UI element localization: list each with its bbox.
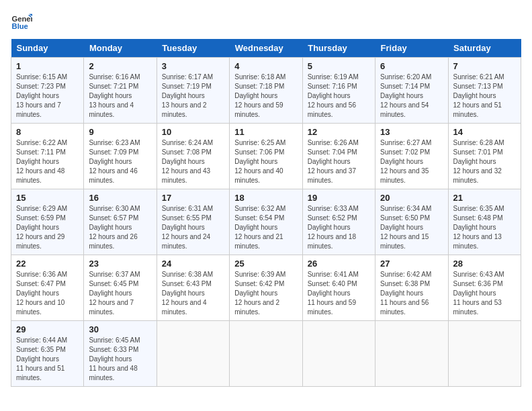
sunrise-label: Sunrise: — [162, 205, 187, 212]
calendar-cell: 22 Sunrise: 6:36 AM Sunset: 6:47 PM Dayl… — [11, 255, 84, 321]
day-header-monday: Monday — [84, 39, 157, 58]
day-detail: Sunrise: 6:21 AM Sunset: 7:13 PM Dayligh… — [453, 73, 516, 120]
day-header-tuesday: Tuesday — [157, 39, 229, 58]
day-detail: Sunrise: 6:43 AM Sunset: 6:36 PM Dayligh… — [453, 270, 516, 317]
daylight-label: Daylight hours — [308, 158, 351, 165]
day-detail: Sunrise: 6:35 AM Sunset: 6:48 PM Dayligh… — [453, 204, 516, 251]
day-number: 1 — [16, 61, 79, 71]
daylight-label: Daylight hours — [89, 289, 132, 297]
sunrise-label: Sunrise: — [16, 139, 41, 146]
sunrise-label: Sunrise: — [308, 205, 332, 212]
calendar-cell: 29 Sunrise: 6:44 AM Sunset: 6:35 PM Dayl… — [11, 321, 84, 387]
day-detail: Sunrise: 6:25 AM Sunset: 7:06 PM Dayligh… — [234, 138, 297, 185]
calendar-cell: 2 Sunrise: 6:16 AM Sunset: 7:21 PM Dayli… — [84, 58, 157, 124]
sunset-label: Sunset: — [453, 214, 476, 222]
sunset-label: Sunset: — [16, 346, 39, 353]
day-number: 17 — [162, 193, 224, 203]
sunrise-label: Sunrise: — [453, 205, 478, 212]
daylight-label: Daylight hours — [89, 224, 132, 231]
daylight-label: Daylight hours — [162, 92, 205, 99]
daylight-label: Daylight hours — [16, 289, 59, 297]
calendar-cell: 5 Sunrise: 6:19 AM Sunset: 7:16 PM Dayli… — [302, 58, 375, 124]
day-number: 23 — [89, 259, 151, 269]
sunrise-label: Sunrise: — [16, 271, 41, 278]
sunset-label: Sunset: — [308, 214, 330, 222]
sunrise-label: Sunrise: — [308, 73, 332, 81]
daylight-label: Daylight hours — [89, 158, 132, 165]
sunrise-label: Sunrise: — [380, 73, 405, 81]
sunrise-label: Sunrise: — [162, 271, 187, 278]
day-number: 28 — [453, 259, 516, 269]
day-header-thursday: Thursday — [302, 39, 375, 58]
calendar-cell — [230, 321, 302, 387]
day-detail: Sunrise: 6:15 AM Sunset: 7:23 PM Dayligh… — [16, 73, 79, 120]
day-detail: Sunrise: 6:19 AM Sunset: 7:16 PM Dayligh… — [308, 73, 370, 120]
daylight-label: Daylight hours — [234, 289, 277, 297]
calendar-cell: 15 Sunrise: 6:29 AM Sunset: 6:59 PM Dayl… — [11, 189, 84, 255]
page-header: General Blue — [11, 11, 521, 32]
calendar-cell: 23 Sunrise: 6:37 AM Sunset: 6:45 PM Dayl… — [84, 255, 157, 321]
sunrise-label: Sunrise: — [453, 139, 478, 146]
sunset-label: Sunset: — [234, 214, 257, 222]
daylight-label: Daylight hours — [380, 289, 423, 297]
calendar-cell: 9 Sunrise: 6:23 AM Sunset: 7:09 PM Dayli… — [84, 124, 157, 189]
day-number: 3 — [162, 61, 224, 71]
day-number: 13 — [380, 127, 443, 137]
daylight-label: Daylight hours — [453, 289, 496, 297]
logo: General Blue — [11, 11, 35, 32]
sunset-label: Sunset: — [453, 148, 476, 156]
day-number: 10 — [162, 127, 224, 137]
calendar-cell: 25 Sunrise: 6:39 AM Sunset: 6:42 PM Dayl… — [230, 255, 302, 321]
daylight-label: Daylight hours — [16, 158, 59, 165]
day-number: 6 — [380, 61, 443, 71]
sunrise-label: Sunrise: — [453, 73, 478, 81]
sunrise-label: Sunrise: — [89, 336, 114, 344]
sunset-label: Sunset: — [308, 83, 330, 90]
logo-icon: General Blue — [11, 11, 32, 32]
day-number: 29 — [16, 324, 79, 334]
sunrise-label: Sunrise: — [89, 205, 114, 212]
day-header-friday: Friday — [375, 39, 448, 58]
day-detail: Sunrise: 6:32 AM Sunset: 6:54 PM Dayligh… — [234, 204, 297, 251]
day-number: 16 — [89, 193, 151, 203]
daylight-label: Daylight hours — [453, 224, 496, 231]
sunset-label: Sunset: — [234, 83, 257, 90]
day-number: 26 — [308, 259, 370, 269]
day-number: 7 — [453, 61, 516, 71]
calendar-cell: 18 Sunrise: 6:32 AM Sunset: 6:54 PM Dayl… — [230, 189, 302, 255]
day-number: 2 — [89, 61, 151, 71]
day-detail: Sunrise: 6:28 AM Sunset: 7:01 PM Dayligh… — [453, 138, 516, 185]
calendar-cell: 13 Sunrise: 6:27 AM Sunset: 7:02 PM Dayl… — [375, 124, 448, 189]
calendar-cell: 26 Sunrise: 6:41 AM Sunset: 6:40 PM Dayl… — [302, 255, 375, 321]
daylight-label: Daylight hours — [234, 158, 277, 165]
sunset-label: Sunset: — [16, 214, 39, 222]
sunset-label: Sunset: — [162, 214, 185, 222]
day-detail: Sunrise: 6:41 AM Sunset: 6:40 PM Dayligh… — [308, 270, 370, 317]
day-number: 27 — [380, 259, 443, 269]
sunrise-label: Sunrise: — [89, 73, 114, 81]
sunset-label: Sunset: — [380, 280, 403, 287]
day-detail: Sunrise: 6:36 AM Sunset: 6:47 PM Dayligh… — [16, 270, 79, 317]
calendar-cell — [375, 321, 448, 387]
sunrise-label: Sunrise: — [162, 139, 187, 146]
sunset-label: Sunset: — [453, 280, 476, 287]
sunrise-label: Sunrise: — [89, 271, 114, 278]
day-detail: Sunrise: 6:18 AM Sunset: 7:18 PM Dayligh… — [234, 73, 297, 120]
sunrise-label: Sunrise: — [380, 271, 405, 278]
calendar-cell: 21 Sunrise: 6:35 AM Sunset: 6:48 PM Dayl… — [448, 189, 521, 255]
sunrise-label: Sunrise: — [234, 271, 259, 278]
day-detail: Sunrise: 6:24 AM Sunset: 7:08 PM Dayligh… — [162, 138, 224, 185]
sunset-label: Sunset: — [380, 83, 403, 90]
calendar-cell: 28 Sunrise: 6:43 AM Sunset: 6:36 PM Dayl… — [448, 255, 521, 321]
calendar-cell: 20 Sunrise: 6:34 AM Sunset: 6:50 PM Dayl… — [375, 189, 448, 255]
sunset-label: Sunset: — [162, 83, 185, 90]
sunset-label: Sunset: — [308, 280, 330, 287]
daylight-label: Daylight hours — [162, 289, 205, 297]
day-detail: Sunrise: 6:34 AM Sunset: 6:50 PM Dayligh… — [380, 204, 443, 251]
daylight-label: Daylight hours — [308, 224, 351, 231]
sunset-label: Sunset: — [89, 83, 112, 90]
svg-text:Blue: Blue — [12, 22, 28, 30]
day-detail: Sunrise: 6:42 AM Sunset: 6:38 PM Dayligh… — [380, 270, 443, 317]
calendar-cell: 1 Sunrise: 6:15 AM Sunset: 7:23 PM Dayli… — [11, 58, 84, 124]
day-number: 8 — [16, 127, 79, 137]
